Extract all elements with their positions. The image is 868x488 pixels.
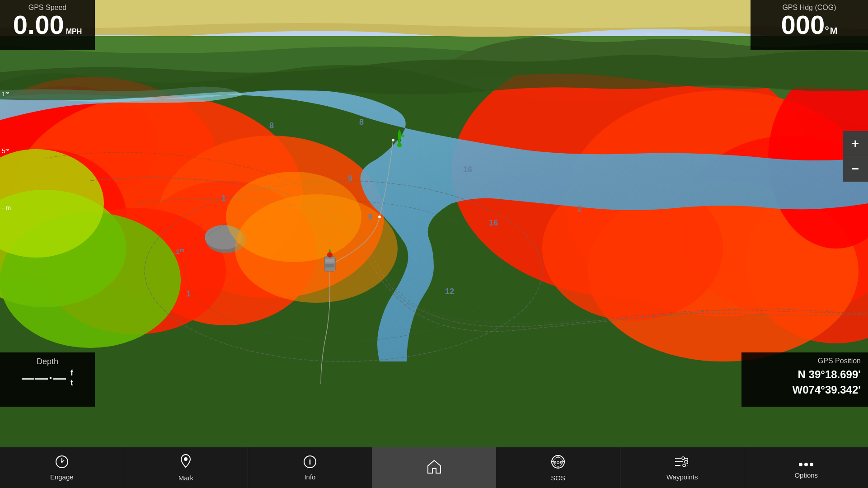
info-icon: i: [303, 455, 317, 471]
svg-point-33: [61, 461, 63, 463]
gps-heading-unit: M: [830, 26, 838, 36]
nav-item-sos[interactable]: SOS SOS: [496, 447, 620, 488]
depth-marker-16a: 16: [463, 165, 472, 174]
zoom-out-button[interactable]: −: [843, 156, 868, 182]
nav-item-home[interactable]: [372, 447, 497, 488]
depth-marker-12: 12: [445, 287, 454, 296]
svg-text:i: i: [309, 457, 311, 466]
svg-point-49: [799, 463, 802, 466]
gps-speed-value: 0.00: [13, 12, 64, 38]
nav-item-options[interactable]: Options: [744, 447, 868, 488]
nav-item-info[interactable]: i Info: [248, 447, 372, 488]
svg-rect-27: [325, 259, 334, 263]
map-svg: [0, 0, 868, 447]
svg-point-31: [402, 135, 404, 137]
options-label: Options: [794, 471, 818, 479]
svg-point-45: [685, 460, 687, 463]
map-container[interactable]: 1ᵐ 5ᵐ - m 9 8 16 16 12 1 1 .1ᵐ 2 8 8 GPS…: [0, 0, 868, 447]
gps-heading-deg: °: [825, 24, 829, 37]
buoy-green-icon: [393, 128, 406, 150]
zoom-controls: + −: [843, 131, 868, 182]
engage-label: Engage: [50, 473, 74, 481]
options-icon: [798, 457, 814, 469]
zoom-in-button[interactable]: +: [843, 131, 868, 156]
depth-marker-1b: 1: [186, 289, 191, 299]
depth-label: Depth: [7, 357, 88, 366]
engage-icon: [55, 455, 69, 471]
mark-label: Mark: [178, 474, 193, 482]
depth-marker-2: 2: [577, 204, 582, 214]
gps-position-lat: N 39°18.699': [749, 367, 861, 382]
sos-icon: SOS: [550, 454, 566, 472]
svg-point-25: [378, 216, 381, 218]
gps-position-label: GPS Position: [749, 357, 861, 365]
depth-marker-8a: 8: [368, 212, 373, 222]
depth-marker-8b: 8: [359, 117, 364, 127]
mark-icon: [178, 454, 193, 472]
depth-marker-16b: 16: [489, 218, 498, 228]
depth-dashes: ——·—: [22, 371, 67, 385]
gps-position-lon: W074°39.342': [749, 382, 861, 398]
gps-position-panel: GPS Position N 39°18.699' W074°39.342': [741, 352, 868, 407]
nav-item-waypoints[interactable]: Waypoints: [620, 447, 745, 488]
svg-point-50: [804, 463, 808, 466]
depth-marker-8c: 8: [269, 121, 274, 131]
svg-rect-28: [325, 264, 334, 267]
waypoints-icon: [674, 455, 690, 471]
depth-panel: Depth ——·— f t: [0, 352, 95, 407]
nav-item-mark[interactable]: Mark: [124, 447, 249, 488]
gps-heading-panel: GPS Hdg (COG) 000 ° M: [751, 0, 868, 50]
depth-marker-9: 9: [348, 174, 352, 183]
nav-item-engage[interactable]: Engage: [0, 447, 124, 488]
gps-speed-unit: MPH: [66, 28, 82, 35]
sos-label: SOS: [551, 474, 565, 482]
bottom-nav: Engage Mark i Info: [0, 447, 868, 488]
svg-point-30: [397, 143, 402, 147]
gps-speed-panel: GPS Speed 0.00 MPH: [0, 0, 95, 50]
gps-heading-value: 000: [781, 12, 825, 38]
svg-point-29: [327, 252, 333, 258]
boat-icon: [316, 248, 343, 277]
home-icon: [426, 459, 442, 477]
svg-point-46: [683, 464, 685, 467]
svg-text:SOS: SOS: [554, 460, 563, 465]
waypoints-label: Waypoints: [666, 473, 698, 481]
depth-marker-0-1: .1ᵐ: [174, 248, 184, 256]
info-label: Info: [304, 473, 315, 481]
depth-marker-1a: 1: [221, 193, 226, 203]
depth-unit: f t: [70, 368, 73, 388]
svg-point-51: [810, 463, 813, 466]
depth-scale: 1ᵐ 5ᵐ - m: [0, 90, 11, 211]
svg-point-34: [184, 457, 188, 461]
